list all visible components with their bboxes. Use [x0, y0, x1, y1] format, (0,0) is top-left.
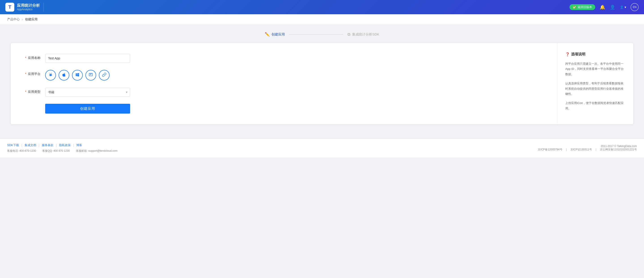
header-title-block: 应用统计分析 AppAnalytics: [17, 3, 40, 11]
icp-2: 京ICP证130311号: [570, 148, 592, 151]
logo-block: T 应用统计分析 AppAnalytics: [5, 3, 44, 11]
breadcrumb-home[interactable]: 产品中心: [7, 17, 20, 21]
footer: SDK下载 ｜ 集成文档 ｜ 服务条款 ｜ 隐私政策 ｜ 博客 客服电话: 40…: [0, 139, 644, 157]
platform-android[interactable]: [45, 70, 56, 81]
form-section: * 应用名称 * 应用平台: [11, 43, 557, 124]
footer-qq: 客服QQ: 400 870 1230: [42, 149, 70, 153]
footer-right: 2011-2017 © TalkingData.com 京ICP备1200579…: [538, 144, 637, 151]
breadcrumb-separator: >: [22, 18, 23, 21]
link-icon: [102, 73, 106, 78]
app-type-label: * 应用类型: [25, 88, 45, 94]
step-2-label: 集成统计分析SDK: [352, 32, 379, 37]
footer-link-docs[interactable]: 集成文档: [24, 143, 36, 147]
platform-windows[interactable]: [72, 70, 83, 81]
edit-icon: ✏️: [265, 32, 270, 37]
bell-icon: 🔔: [600, 4, 605, 10]
return-old-button[interactable]: ✅ 返回旧版本: [570, 4, 595, 10]
create-app-button[interactable]: 创建应用: [45, 104, 130, 114]
required-star-2: *: [25, 72, 26, 76]
footer-left: SDK下载 ｜ 集成文档 ｜ 服务条款 ｜ 隐私政策 ｜ 博客 客服电话: 40…: [7, 143, 118, 153]
step-1-label: 创建应用: [272, 32, 285, 37]
header-title: 应用统计分析: [17, 3, 40, 8]
footer-email: 客服邮箱: support@tendcloud.com: [76, 149, 118, 153]
web-icon: [88, 73, 93, 78]
step-2: ⧉ 集成统计分析SDK: [348, 32, 379, 37]
info-section: ❓ 选项说明 跨平台应用只需建立一次。各平台中使用同一App ID，同时支持查看…: [557, 43, 633, 124]
user-avatar-icon: 👤: [620, 5, 624, 9]
app-name-control: [45, 54, 543, 63]
app-name-label: * 应用名称: [25, 54, 45, 60]
platform-icons-container: [45, 70, 543, 81]
footer-icp: 京ICP备12005794号 ｜ 京ICP证130311号 ｜ 京公网安备110…: [538, 148, 637, 151]
footer-link-terms[interactable]: 服务条款: [42, 143, 54, 147]
app-type-select-wrap: 书籍 游戏 工具 社交 金融 教育 购物 音乐 新闻 其他 ▾: [45, 88, 130, 97]
header-subtitle: AppAnalytics: [17, 8, 40, 11]
app-type-control: 书籍 游戏 工具 社交 金融 教育 购物 音乐 新闻 其他 ▾: [45, 88, 543, 97]
icp-1: 京ICP备12005794号: [538, 148, 562, 151]
content-card: * 应用名称 * 应用平台: [11, 43, 633, 124]
app-name-row: * 应用名称: [25, 54, 543, 63]
app-type-select[interactable]: 书籍 游戏 工具 社交 金融 教育 购物 音乐 新闻 其他: [45, 88, 130, 97]
platform-web[interactable]: [86, 70, 96, 81]
person-add-icon: 👤: [610, 4, 616, 10]
app-type-row: * 应用类型 书籍 游戏 工具 社交 金融 教育 购物 音乐: [25, 88, 543, 97]
required-star-3: *: [25, 90, 26, 94]
circle-check-icon: ✅: [573, 5, 576, 9]
main-content: ✏️ 创建应用 ⧉ 集成统计分析SDK * 应用名称: [0, 25, 644, 132]
apple-icon: [62, 73, 66, 78]
windows-icon: [75, 73, 80, 78]
step-1: ✏️ 创建应用: [265, 32, 285, 37]
footer-link-privacy[interactable]: 隐私政策: [59, 143, 71, 147]
app-name-input[interactable]: [45, 54, 130, 63]
platform-ios[interactable]: [58, 70, 69, 81]
footer-link-blog[interactable]: 博客: [76, 143, 82, 147]
chevron-down-icon: ▾: [624, 5, 626, 9]
notification-button[interactable]: 🔔: [600, 4, 605, 10]
header: T 应用统计分析 AppAnalytics ✅ 返回旧版本 🔔 👤 👤 ▾ EN: [0, 0, 644, 14]
footer-contact: 客服电话: 400-870-1230 客服QQ: 400 870 1230 客服…: [7, 149, 118, 153]
info-paragraph-3: 上传应用iCon，便于在数据阅览者快速匹配应用。: [565, 100, 625, 111]
language-button[interactable]: EN: [630, 3, 639, 11]
app-platform-label: * 应用平台: [25, 70, 45, 76]
logo-icon: T: [5, 3, 14, 11]
header-right: ✅ 返回旧版本 🔔 👤 👤 ▾ EN: [570, 3, 639, 11]
info-paragraph-1: 跨平台应用只需建立一次。各平台中使用同一App ID，同时支持查看单一平台和聚合…: [565, 61, 625, 77]
platform-link[interactable]: [99, 70, 110, 81]
user-menu-button[interactable]: 👤 ▾: [620, 5, 626, 9]
footer-links: SDK下载 ｜ 集成文档 ｜ 服务条款 ｜ 隐私政策 ｜ 博客: [7, 143, 118, 147]
app-platform-row: * 应用平台: [25, 70, 543, 81]
android-icon: [48, 72, 53, 78]
footer-link-sdk[interactable]: SDK下载: [7, 143, 19, 147]
info-paragraph-2: 认真选择应用类型，有利于后续查看数据报表时系统自动提供的同类型应用行业基准值的准…: [565, 81, 625, 96]
step-divider: [289, 34, 343, 35]
question-circle-icon: ❓: [565, 52, 570, 56]
breadcrumb-current: 创建应用: [25, 17, 38, 21]
icp-3: 京公网安备11010102001221号: [600, 148, 637, 151]
footer-phone: 客服电话: 400-870-1230: [7, 149, 36, 153]
required-star: *: [25, 56, 26, 60]
add-user-button[interactable]: 👤: [610, 4, 616, 10]
info-title: ❓ 选项说明: [565, 52, 625, 57]
footer-copyright: 2011-2017 © TalkingData.com: [538, 144, 637, 148]
layers-icon: ⧉: [348, 32, 350, 37]
steps-container: ✏️ 创建应用 ⧉ 集成统计分析SDK: [11, 32, 633, 37]
breadcrumb: 产品中心 > 创建应用: [0, 14, 644, 25]
footer-bottom: SDK下载 ｜ 集成文档 ｜ 服务条款 ｜ 隐私政策 ｜ 博客 客服电话: 40…: [7, 143, 637, 153]
